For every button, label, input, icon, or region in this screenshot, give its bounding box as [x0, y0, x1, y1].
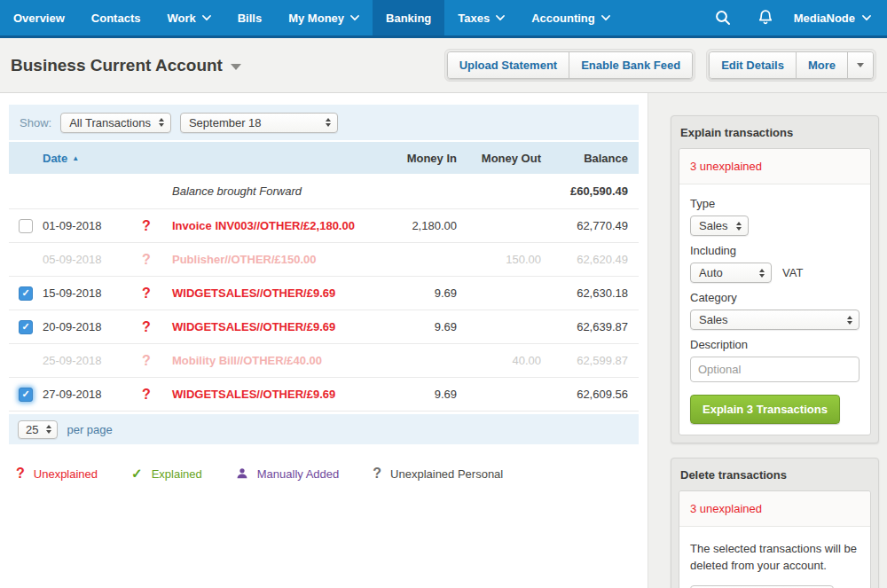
nav-item[interactable]: Work [153, 0, 224, 35]
description-label: Description [690, 338, 860, 351]
transaction-description[interactable]: Mobility Bill//OTHER/£40.00 [164, 354, 368, 367]
transaction-date: 15-09-2018 [43, 286, 129, 300]
per-page-value: 25 [26, 423, 38, 436]
search-icon[interactable] [705, 0, 741, 35]
more-button[interactable]: More [797, 52, 848, 78]
unexplained-icon: ? [129, 319, 164, 335]
edit-details-button[interactable]: Edit Details [710, 52, 797, 78]
nav-right: MediaNode [705, 0, 887, 35]
nav-item-label: Banking [386, 12, 431, 25]
caret-down-icon [231, 64, 241, 70]
legend-label: Manually Added [257, 467, 340, 481]
explain-transactions-button[interactable]: Explain 3 Transactions [690, 395, 840, 424]
filter-bar: Show: All Transactions September 18 [9, 105, 639, 140]
money-in-value: 9.69 [368, 320, 457, 333]
enable-bank-feed-button[interactable]: Enable Bank Feed [569, 52, 692, 78]
show-label: Show: [20, 116, 51, 129]
upload-statement-button[interactable]: Upload Statement [448, 52, 570, 78]
money-out-column-header: Money Out [457, 152, 541, 165]
person-icon [236, 467, 248, 480]
bell-icon[interactable] [748, 0, 783, 35]
row-checkbox[interactable] [19, 320, 33, 334]
type-value: Sales [699, 219, 728, 232]
explain-panel-title: Explain transactions [679, 123, 871, 148]
main-content: Show: All Transactions September 18 Date… [0, 93, 648, 588]
chevron-down-icon [350, 15, 359, 21]
status-legend: ? Unexplained ✓ Explained Manually Added… [9, 466, 639, 482]
caret-down-icon [857, 63, 864, 67]
delete-transactions-panel: Delete transactions 3 unexplained The se… [671, 458, 879, 588]
select-arrows-icon [159, 118, 164, 127]
sidebar: Explain transactions 3 unexplained Type … [648, 93, 887, 588]
transaction-description[interactable]: Publisher//OTHER/£150.00 [164, 253, 368, 266]
unexplained-icon: ? [129, 353, 164, 369]
money-in-value: 9.69 [368, 286, 457, 300]
per-page-label: per page [67, 423, 112, 436]
nav-item[interactable]: Contacts [78, 0, 154, 35]
transaction-description[interactable]: WIDGETSALES//OTHER/£9.69 [164, 388, 368, 401]
user-menu[interactable]: MediaNode [790, 12, 875, 25]
transaction-date: 05-09-2018 [43, 253, 129, 266]
legend-unexplained-personal: ? Unexplained Personal [373, 466, 503, 482]
balance-value: 62,639.87 [541, 320, 639, 333]
nav-item[interactable]: Taxes [444, 0, 518, 35]
account-title-dropdown[interactable]: Business Current Account [11, 56, 241, 75]
select-arrows-icon [326, 118, 331, 127]
transaction-description[interactable]: Invoice INV003//OTHER/£2,180.00 [164, 219, 368, 232]
description-input[interactable] [690, 357, 860, 382]
transaction-description[interactable]: WIDGETSALES//OTHER/£9.69 [164, 286, 368, 300]
user-name: MediaNode [794, 12, 855, 25]
category-value: Sales [699, 313, 728, 326]
table-row: 05-09-2018 ? Publisher//OTHER/£150.00 15… [9, 243, 639, 277]
transactions-filter-value: All Transactions [69, 116, 151, 129]
balance-value: 62,630.18 [541, 286, 639, 300]
type-label: Type [690, 197, 860, 210]
app-window: Overview Contacts Work Bills [0, 0, 887, 588]
nav-item[interactable]: My Money [275, 0, 373, 35]
question-mark-icon: ? [16, 466, 25, 482]
per-page-select[interactable]: 25 [18, 420, 58, 439]
balance-value: 62,609.56 [541, 388, 639, 401]
question-mark-icon: ? [373, 466, 381, 482]
transaction-rows: 01-09-2018 ? Invoice INV003//OTHER/£2,18… [9, 209, 639, 412]
legend-explained: ✓ Explained [131, 466, 202, 482]
chevron-down-icon [202, 15, 211, 21]
explain-panel-card: 3 unexplained Type Sales Including Auto [679, 148, 871, 435]
legend-label: Explained [152, 467, 202, 481]
vat-select[interactable]: Auto [690, 263, 772, 283]
nav-item-label: My Money [288, 12, 344, 25]
nav-items: Overview Contacts Work Bills [0, 0, 624, 35]
nav-item[interactable]: Banking [373, 0, 444, 35]
check-icon: ✓ [131, 466, 143, 482]
table-row: 15-09-2018 ? WIDGETSALES//OTHER/£9.69 9.… [9, 277, 639, 310]
table-row: 01-09-2018 ? Invoice INV003//OTHER/£2,18… [9, 209, 639, 243]
nav-item-label: Contacts [91, 12, 141, 25]
opening-balance-value: £60,590.49 [541, 184, 639, 198]
balance-value: 62,770.49 [541, 219, 639, 232]
category-label: Category [690, 291, 860, 304]
transactions-filter-select[interactable]: All Transactions [60, 113, 171, 133]
more-dropdown-button[interactable] [848, 52, 873, 78]
period-filter-select[interactable]: September 18 [180, 113, 338, 133]
money-out-value: 40.00 [457, 354, 541, 367]
balance-column-header: Balance [541, 152, 639, 165]
legend-unexplained: ? Unexplained [16, 466, 98, 482]
page-title: Business Current Account [11, 56, 223, 75]
unexplained-count-badge: 3 unexplained [679, 149, 870, 184]
category-select[interactable]: Sales [690, 310, 860, 330]
nav-item[interactable]: Accounting [518, 0, 624, 35]
balance-value: 62,620.49 [541, 253, 639, 266]
nav-item[interactable]: Overview [0, 0, 78, 35]
nav-item[interactable]: Bills [224, 0, 275, 35]
row-checkbox[interactable] [19, 286, 33, 301]
table-header: Date ▲ Money In Money Out Balance [9, 142, 639, 174]
row-checkbox[interactable] [19, 219, 33, 233]
balance-brought-forward-label: Balance brought Forward [164, 184, 368, 198]
row-checkbox[interactable] [19, 388, 33, 402]
date-column-header[interactable]: Date ▲ [43, 152, 129, 165]
page-header: Business Current Account Upload Statemen… [0, 38, 887, 93]
legend-manually-added: Manually Added [236, 466, 340, 482]
transaction-description[interactable]: WIDGETSALES//OTHER/£9.69 [164, 320, 368, 333]
type-select[interactable]: Sales [690, 216, 749, 236]
nav-item-label: Work [167, 12, 195, 25]
